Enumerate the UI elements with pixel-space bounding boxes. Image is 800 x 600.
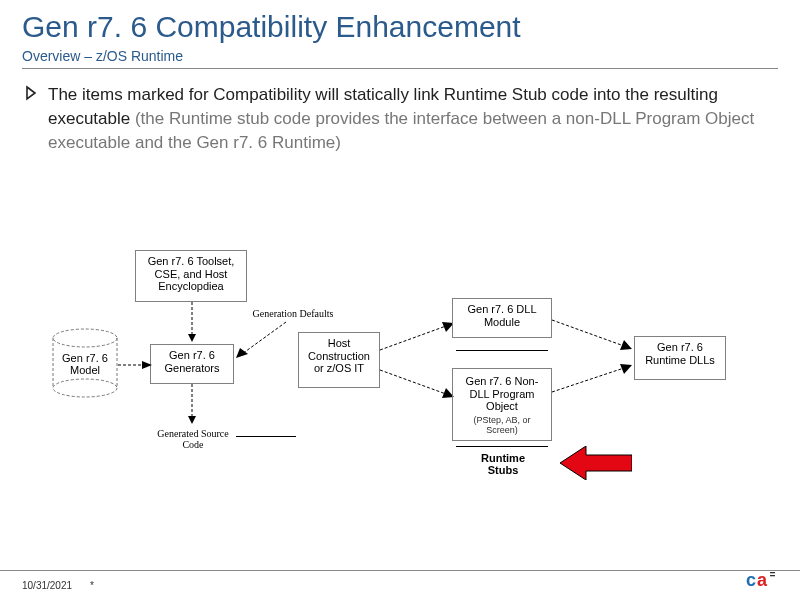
svg-marker-9 bbox=[188, 416, 196, 424]
ca-logo-icon: c a bbox=[746, 570, 776, 594]
svg-point-2 bbox=[53, 329, 117, 347]
chevron-right-icon bbox=[24, 85, 40, 105]
svg-rect-22 bbox=[770, 575, 775, 576]
diagram: Gen r7. 6 Toolset, CSE, and Host Encyclo… bbox=[50, 250, 750, 540]
svg-rect-21 bbox=[770, 572, 775, 573]
svg-marker-1 bbox=[188, 334, 196, 342]
svg-point-3 bbox=[53, 379, 117, 397]
svg-marker-17 bbox=[620, 364, 632, 374]
box-generators: Gen r7. 6 Generators bbox=[150, 344, 234, 384]
svg-marker-15 bbox=[620, 340, 632, 350]
box-pobj-sub: (PStep, AB, or Screen) bbox=[459, 415, 545, 436]
svg-text:c: c bbox=[746, 570, 756, 590]
divider-icon bbox=[456, 350, 548, 351]
slide-title: Gen r7. 6 Compatibility Enhancement bbox=[22, 10, 778, 44]
bullet-text: The items marked for Compatibility will … bbox=[48, 83, 778, 154]
svg-line-10 bbox=[380, 326, 446, 350]
red-arrow-left-icon bbox=[560, 446, 632, 480]
arrow-down-icon bbox=[188, 384, 196, 424]
bullet-item: The items marked for Compatibility will … bbox=[24, 83, 778, 154]
svg-marker-5 bbox=[236, 348, 248, 358]
arrow-down-right-icon bbox=[380, 366, 456, 400]
box-toolset: Gen r7. 6 Toolset, CSE, and Host Encyclo… bbox=[135, 250, 247, 302]
label-runtime-stubs: Runtime Stubs bbox=[468, 452, 538, 476]
svg-line-14 bbox=[552, 320, 624, 346]
svg-line-4 bbox=[242, 322, 286, 354]
arrow-right-icon bbox=[118, 360, 152, 370]
svg-line-16 bbox=[552, 368, 624, 392]
slide-subtitle: Overview – z/OS Runtime bbox=[22, 48, 778, 69]
box-pobj-title: Gen r7. 6 Non-DLL Program Object bbox=[459, 375, 545, 413]
label-gen-src: Generated Source Code bbox=[154, 428, 232, 450]
arrow-right-icon bbox=[552, 314, 636, 354]
line-icon bbox=[236, 436, 296, 437]
svg-line-12 bbox=[380, 370, 446, 394]
slide: Gen r7. 6 Compatibility Enhancement Over… bbox=[0, 0, 800, 600]
footer-mark: * bbox=[90, 580, 94, 591]
svg-text:a: a bbox=[757, 570, 768, 590]
svg-marker-18 bbox=[560, 446, 632, 480]
divider-icon bbox=[456, 446, 548, 447]
box-runtime-dlls: Gen r7. 6 Runtime DLLs bbox=[634, 336, 726, 380]
footer-date: 10/31/2021 bbox=[22, 580, 72, 591]
arrow-diag-icon bbox=[234, 318, 294, 358]
box-program-object: Gen r7. 6 Non-DLL Program Object (PStep,… bbox=[452, 368, 552, 441]
label-model: Gen r7. 6 Model bbox=[56, 352, 114, 376]
footer: 10/31/2021 * bbox=[0, 570, 800, 600]
arrow-right-icon bbox=[552, 360, 636, 400]
box-host: Host Construction or z/OS IT bbox=[298, 332, 380, 388]
arrow-down-icon bbox=[188, 302, 196, 342]
svg-marker-7 bbox=[142, 361, 152, 369]
bullet-gray: (the Runtime stub code provides the inte… bbox=[48, 109, 754, 152]
arrow-up-right-icon bbox=[380, 320, 456, 354]
box-dll: Gen r7. 6 DLL Module bbox=[452, 298, 552, 338]
